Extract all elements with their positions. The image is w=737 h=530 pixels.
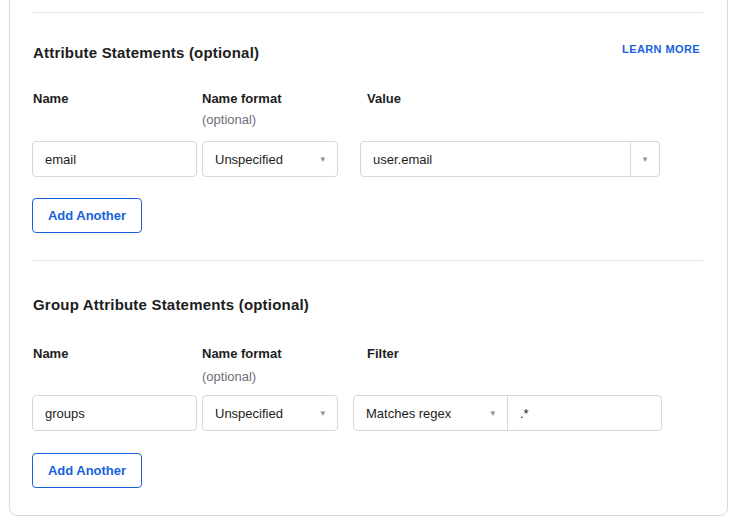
column-label-value: Value — [367, 91, 401, 106]
section-divider — [33, 260, 703, 261]
filter-value-input[interactable] — [508, 396, 661, 430]
group-attribute-statements-title: Group Attribute Statements (optional) — [33, 296, 309, 313]
attribute-value-input[interactable] — [361, 142, 630, 176]
attribute-name-format-select[interactable]: Unspecified ▾ — [202, 141, 338, 177]
group-filter-combo: Matches regex ▾ — [353, 395, 662, 431]
chevron-down-icon: ▾ — [320, 155, 325, 164]
group-name-format-select[interactable]: Unspecified ▾ — [202, 395, 338, 431]
column-label-name-format: Name format — [202, 346, 281, 361]
column-label-name: Name — [33, 91, 68, 106]
saml-settings-screen: Attribute Statements (optional) LEARN MO… — [0, 0, 737, 530]
learn-more-link[interactable]: LEARN MORE — [622, 43, 700, 55]
attribute-value-dropdown-button[interactable]: ▾ — [630, 142, 659, 176]
attribute-statements-title: Attribute Statements (optional) — [33, 44, 259, 61]
attribute-name-input[interactable] — [32, 141, 197, 177]
column-label-filter: Filter — [367, 346, 399, 361]
filter-operator-select[interactable]: Matches regex ▾ — [354, 396, 508, 430]
section-divider — [33, 12, 703, 13]
column-note-optional: (optional) — [202, 369, 256, 384]
chevron-down-icon: ▾ — [490, 409, 495, 418]
filter-operator-value: Matches regex — [366, 406, 451, 421]
attribute-name-format-value: Unspecified — [215, 152, 283, 167]
add-another-group-attribute-button[interactable]: Add Another — [32, 453, 142, 488]
chevron-down-icon: ▾ — [320, 409, 325, 418]
group-attribute-name-input[interactable] — [32, 395, 197, 431]
settings-card — [9, 0, 728, 516]
column-label-name: Name — [33, 346, 68, 361]
group-name-format-value: Unspecified — [215, 406, 283, 421]
column-note-optional: (optional) — [202, 112, 256, 127]
add-another-attribute-button[interactable]: Add Another — [32, 198, 142, 233]
chevron-down-icon: ▾ — [643, 155, 648, 164]
attribute-value-combo: ▾ — [360, 141, 660, 177]
column-label-name-format: Name format — [202, 91, 281, 106]
